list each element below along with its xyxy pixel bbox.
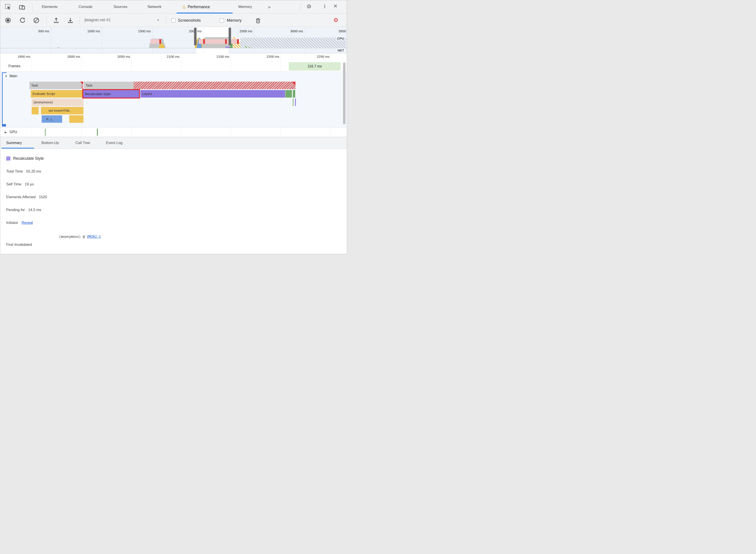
flame-bar-set-innerhtml[interactable]: set innerHTML	[41, 107, 84, 114]
tab-bottom-up[interactable]: Bottom-Up	[41, 137, 59, 149]
tab-label: Console	[78, 5, 92, 9]
net-strip-label: NET	[337, 48, 345, 52]
toolbar-divider	[330, 17, 330, 24]
cpu-strip-label: CPU	[336, 37, 345, 40]
tab-label: Memory	[238, 5, 252, 9]
tab-label: Summary	[6, 141, 22, 145]
source-location-link[interactable]: VM262:1	[87, 235, 101, 239]
flame-bar-anonymous[interactable]: (anonymous)	[32, 99, 84, 106]
screenshots-checkbox[interactable]	[171, 18, 175, 22]
gpu-track-label[interactable]: GPU	[9, 130, 17, 134]
frame-duration-badge[interactable]: 116.7 ms	[289, 62, 340, 70]
tab-label: Network	[148, 5, 161, 9]
settings-gear-icon[interactable]: ⚙	[307, 3, 311, 10]
stat-row: Pending for14.5 ms	[6, 207, 347, 213]
stat-label: Self Time	[6, 182, 21, 186]
capture-settings-gear-icon[interactable]: ⚙	[333, 17, 338, 24]
tab-network[interactable]: Network	[148, 0, 161, 13]
tab-memory[interactable]: Memory	[238, 0, 252, 13]
flame-bar-evaluate-script[interactable]: Evaluate Script	[31, 90, 82, 98]
device-toolbar-icon[interactable]	[19, 4, 25, 11]
toolbar-divider	[79, 17, 79, 24]
bar-label: (anonymous)	[34, 100, 53, 104]
flame-bar-paint[interactable]	[285, 90, 292, 98]
flame-bar-sliver[interactable]	[293, 99, 293, 106]
long-task-hatch[interactable]	[134, 81, 295, 89]
main-track-label[interactable]: Main	[9, 74, 17, 78]
initiator-reveal-link[interactable]: Reveal	[21, 221, 33, 225]
bar-label: Recalculate Style	[83, 92, 111, 96]
flame-bar-script[interactable]	[69, 115, 84, 123]
flame-bar-script[interactable]	[32, 107, 39, 114]
stack-trace-line: (anonymous) @ VM262:1	[59, 235, 101, 239]
tab-sources[interactable]: Sources	[113, 0, 127, 13]
record-button[interactable]	[5, 17, 11, 24]
flame-bar-sliver[interactable]	[295, 99, 296, 106]
close-icon[interactable]: ×	[333, 2, 337, 10]
stack-frame-text: (anonymous) @	[59, 235, 87, 239]
stat-row: Total Time55.20 ms	[6, 168, 347, 174]
tab-call-tree[interactable]: Call Tree	[75, 137, 90, 149]
inspect-element-icon[interactable]	[5, 4, 11, 11]
flame-chart[interactable]: 1950 ms 2000 ms 2050 ms 2100 ms 2150 ms …	[0, 54, 347, 137]
more-tabs-button[interactable]: »	[268, 0, 270, 13]
bar-label: P...L	[44, 117, 53, 121]
stat-label: First Invalidated	[6, 242, 32, 247]
load-profile-icon[interactable]	[53, 17, 59, 24]
reload-and-record-button[interactable]	[19, 17, 26, 24]
stat-row-initiator: Initiator Reveal	[6, 220, 347, 225]
active-tab-underline	[177, 13, 232, 13]
frames-track-label: Frames	[8, 64, 20, 68]
tab-console[interactable]: Console	[78, 0, 92, 13]
active-tab-underline	[2, 148, 34, 149]
flame-bar-task[interactable]: Task	[84, 81, 134, 89]
gpu-activity-tick	[97, 129, 98, 136]
stat-label: Pending for	[6, 208, 25, 212]
tab-label: Elements	[42, 5, 58, 9]
tab-performance[interactable]: ⚠ Performance	[182, 0, 210, 13]
summary-title-row: Recalculate Style	[6, 156, 347, 161]
flame-bar-task[interactable]: Task	[30, 81, 83, 89]
gpu-activity-tick	[45, 129, 46, 136]
timeline-overview[interactable]: 500 ms 1000 ms 1500 ms 2000 ms 2500 ms 3…	[0, 27, 347, 53]
tab-label: Event Log	[106, 141, 122, 145]
chevron-down-icon[interactable]: ▼	[157, 19, 159, 21]
tab-label: Performance	[188, 5, 210, 9]
kebab-menu-icon[interactable]: ⋮	[322, 4, 327, 9]
bar-label: Layout	[142, 92, 152, 96]
flame-bar-paint[interactable]	[293, 90, 295, 98]
trash-icon[interactable]	[255, 17, 261, 24]
memory-checkbox-label[interactable]: Memory	[227, 18, 242, 23]
profile-select[interactable]: jlwagner.net #1	[85, 18, 111, 22]
bar-label: set innerHTML	[43, 109, 70, 112]
stat-row: Self Time19 µs	[6, 181, 347, 187]
tab-summary[interactable]: Summary	[6, 137, 22, 149]
flame-bar-parse-html[interactable]: P...L	[42, 115, 62, 123]
stat-label: Total Time	[6, 169, 23, 173]
tab-event-log[interactable]: Event Log	[106, 137, 122, 149]
clear-recording-icon[interactable]	[33, 17, 39, 24]
save-profile-icon[interactable]	[67, 17, 73, 24]
devtools-tabbar: Elements Console Sources Network ⚠ Perfo…	[0, 0, 347, 13]
long-task-overrun	[81, 85, 83, 89]
expander-triangle-icon[interactable]: ▼	[5, 74, 7, 78]
ruler-tick: 2050 ms	[104, 55, 130, 59]
flame-bar-recalculate-style-selected[interactable]: Recalculate Style	[82, 89, 140, 99]
tab-elements[interactable]: Elements	[42, 0, 58, 13]
toolbar-divider	[166, 17, 166, 24]
summary-panel: Recalculate Style Total Time55.20 ms Sel…	[0, 149, 347, 254]
screenshots-checkbox-label[interactable]: Screenshots	[178, 18, 201, 23]
memory-checkbox[interactable]	[220, 18, 224, 22]
ruler-tick: 2200 ms	[253, 55, 279, 59]
devtools-window: Elements Console Sources Network ⚠ Perfo…	[0, 0, 347, 254]
cpu-activity-chart	[0, 27, 347, 53]
flame-bar-layout[interactable]: Layout	[140, 90, 285, 98]
vertical-scrollbar[interactable]	[343, 62, 345, 124]
ruler-tick: 2150 ms	[203, 55, 229, 59]
expander-triangle-icon[interactable]: ▶	[5, 130, 7, 134]
stat-value: 19 µs	[25, 182, 34, 186]
chevron-double-right-icon: »	[268, 4, 270, 9]
stat-label: Elements Affected	[6, 195, 36, 199]
stat-value: 14.5 ms	[28, 208, 41, 212]
bar-label: Task	[31, 84, 38, 87]
